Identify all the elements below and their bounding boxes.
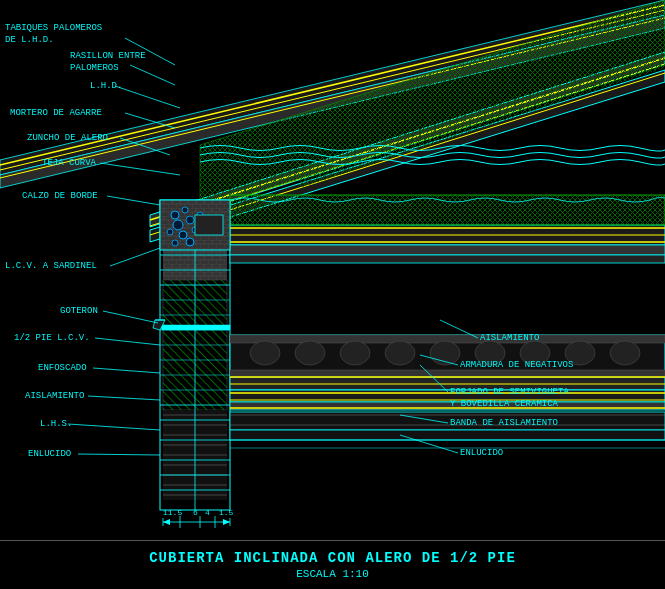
label-banda: BANDA DE AISLAMIENTO — [450, 418, 558, 428]
svg-rect-52 — [230, 245, 665, 255]
label-enlucido-right: ENLUCIDO — [460, 448, 503, 458]
label-enfoscado: ENFOSCADO — [38, 363, 87, 373]
svg-rect-57 — [230, 195, 665, 225]
label-lcv-sardinel: L.C.V. A SARDINEL — [5, 261, 97, 271]
dim-11-5: 11.5 — [163, 508, 182, 517]
title-area: CUBIERTA INCLINADA CON ALERO DE 1/2 PIE … — [0, 540, 665, 589]
svg-point-93 — [186, 238, 194, 246]
svg-marker-95 — [160, 325, 230, 330]
svg-rect-63 — [230, 370, 665, 377]
label-forjado2: Y BOVEDILLA CERAMICA — [450, 399, 559, 409]
label-lhs: L.H.S. — [40, 419, 72, 429]
svg-point-72 — [610, 341, 640, 365]
dim-1-5: 1.5 — [219, 508, 234, 517]
svg-rect-78 — [230, 412, 665, 430]
label-teja: TEJA CURVA — [42, 158, 97, 168]
drawing-area: TABIQUES PALOMEROS DE L.H.D. RASILLON EN… — [0, 0, 665, 540]
label-enlucido-left: ENLUCIDO — [28, 449, 71, 459]
label-lhd-sub: DE L.H.D. — [5, 35, 54, 45]
svg-point-66 — [340, 341, 370, 365]
svg-point-88 — [167, 229, 173, 235]
svg-point-89 — [179, 231, 187, 239]
label-palomeros: PALOMEROS — [70, 63, 119, 73]
drawing-title: CUBIERTA INCLINADA CON ALERO DE 1/2 PIE — [149, 550, 516, 566]
label-tabiques: TABIQUES PALOMEROS — [5, 23, 102, 33]
label-calzo: CALZO DE BORDE — [22, 191, 98, 201]
label-mortero: MORTERO DE AGARRE — [10, 108, 102, 118]
svg-point-67 — [385, 341, 415, 365]
svg-point-64 — [250, 341, 280, 365]
drawing-scale: ESCALA 1:10 — [296, 568, 369, 580]
label-rasillon: RASILLON ENTRE — [70, 51, 146, 61]
dim-4: 4 — [205, 508, 210, 517]
label-lhd: L.H.D. — [90, 81, 122, 91]
dim-6: 6 — [193, 508, 198, 517]
svg-point-65 — [295, 341, 325, 365]
label-forjado1: FORJADO DE SEMIVIGUETA — [450, 387, 569, 397]
svg-rect-60 — [230, 402, 665, 410]
label-aislamiento-left: AISLAMIENTO — [25, 391, 84, 401]
label-aislamiento-right: AISLAMIENTO — [480, 333, 539, 343]
svg-point-86 — [186, 216, 194, 224]
svg-point-83 — [171, 211, 179, 219]
svg-rect-94 — [195, 215, 223, 235]
label-armadura: ARMADURA DE NEGATIVOS — [460, 360, 573, 370]
label-goteron: GOTERON — [60, 306, 98, 316]
svg-rect-53 — [230, 255, 665, 263]
svg-point-85 — [173, 220, 183, 230]
label-medio-pie: 1/2 PIE L.C.V. — [14, 333, 90, 343]
svg-rect-79 — [230, 430, 665, 440]
svg-point-92 — [172, 240, 178, 246]
label-zuncho: ZUNCHO DE ALERO — [27, 133, 108, 143]
svg-point-84 — [182, 207, 188, 213]
